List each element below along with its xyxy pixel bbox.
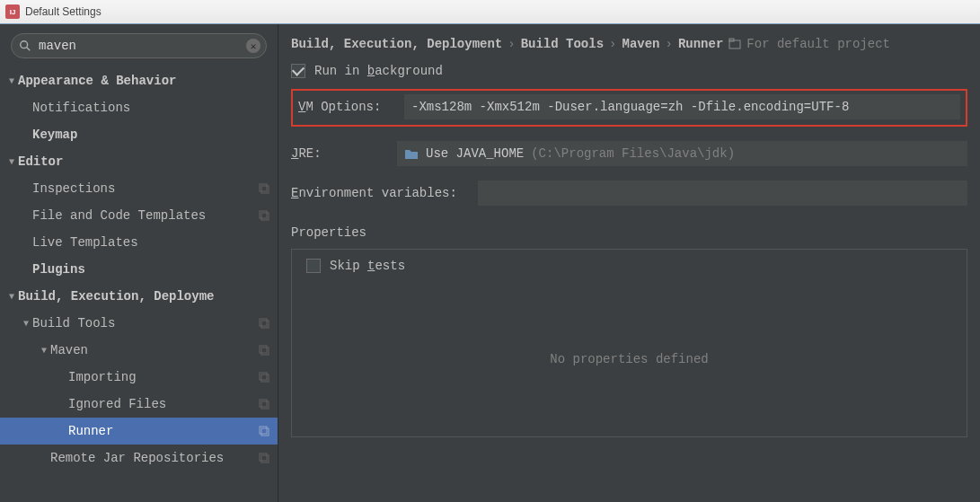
svg-rect-9 <box>261 348 269 355</box>
svg-rect-7 <box>261 321 269 328</box>
chevron-right-icon: › <box>609 37 616 51</box>
tree-runner[interactable]: Runner <box>0 418 278 445</box>
svg-rect-12 <box>260 400 267 407</box>
folder-icon <box>404 147 419 160</box>
vm-options-input[interactable] <box>404 94 960 119</box>
scheme-icon <box>258 209 270 222</box>
svg-rect-5 <box>261 213 269 220</box>
svg-rect-4 <box>260 211 267 218</box>
env-vars-input[interactable] <box>478 181 967 206</box>
clear-search-icon[interactable]: ✕ <box>246 39 260 53</box>
jre-label: JRE: <box>291 146 390 161</box>
project-icon <box>728 38 741 50</box>
jre-value: Use JAVA_HOME <box>426 146 524 161</box>
tree-ignored-files[interactable]: Ignored Files <box>0 391 278 418</box>
properties-panel: Skip tests No properties defined <box>291 249 967 437</box>
properties-section-title: Properties <box>291 225 967 240</box>
breadcrumb-current: Runner <box>678 37 723 51</box>
tree-build-tools[interactable]: ▼ Build Tools <box>0 310 278 337</box>
breadcrumb-segment[interactable]: Build, Execution, Deployment <box>291 37 502 51</box>
scheme-icon <box>258 398 270 410</box>
search-input[interactable] <box>39 39 241 53</box>
breadcrumb-hint: For default project <box>746 37 890 51</box>
search-icon <box>19 40 31 52</box>
chevron-right-icon: › <box>508 37 515 51</box>
scheme-icon <box>258 317 270 330</box>
tree-live-templates[interactable]: Live Templates <box>0 229 278 256</box>
svg-rect-6 <box>260 319 267 326</box>
breadcrumb-segment[interactable]: Build Tools <box>521 37 604 51</box>
breadcrumb-segment[interactable]: Maven <box>622 37 659 51</box>
properties-empty-text: No properties defined <box>292 282 967 436</box>
chevron-down-icon: ▼ <box>38 346 50 356</box>
scheme-icon <box>258 452 270 464</box>
tree-remote-jar-repositories[interactable]: Remote Jar Repositories <box>0 445 278 471</box>
window-title: Default Settings <box>25 5 102 18</box>
svg-rect-11 <box>261 374 269 382</box>
tree-build-execution-deployment[interactable]: ▼ Build, Execution, Deployme <box>0 283 278 310</box>
breadcrumb: Build, Execution, Deployment › Build Too… <box>291 37 967 51</box>
tree-plugins[interactable]: Plugins <box>0 256 278 283</box>
chevron-down-icon: ▼ <box>5 76 18 86</box>
tree-appearance-behavior[interactable]: ▼ Appearance & Behavior <box>0 67 278 94</box>
settings-tree: ▼ Appearance & Behavior Notifications Ke… <box>0 64 278 475</box>
run-in-background-checkbox[interactable] <box>291 64 305 78</box>
app-icon <box>5 4 20 19</box>
svg-rect-10 <box>260 373 267 380</box>
tree-importing[interactable]: Importing <box>0 364 278 391</box>
svg-rect-8 <box>260 346 267 353</box>
scheme-icon <box>258 425 270 437</box>
chevron-down-icon: ▼ <box>5 157 18 167</box>
tree-editor[interactable]: ▼ Editor <box>0 148 278 175</box>
jre-selector[interactable]: Use JAVA_HOME (C:\Program Files\Java\jdk… <box>397 141 967 166</box>
svg-rect-2 <box>260 184 267 191</box>
tree-notifications[interactable]: Notifications <box>0 94 278 121</box>
tree-maven[interactable]: ▼ Maven <box>0 337 278 364</box>
chevron-right-icon: › <box>666 37 673 51</box>
run-in-background-label: Run in background <box>314 64 443 78</box>
titlebar: Default Settings <box>0 0 980 24</box>
settings-sidebar: ✕ ▼ Appearance & Behavior Notifications … <box>0 24 278 502</box>
tree-file-templates[interactable]: File and Code Templates <box>0 202 278 229</box>
chevron-down-icon: ▼ <box>20 319 32 329</box>
svg-rect-3 <box>261 186 269 193</box>
settings-search[interactable]: ✕ <box>11 33 267 58</box>
chevron-down-icon: ▼ <box>5 292 18 302</box>
tree-keymap[interactable]: Keymap <box>0 121 278 148</box>
svg-rect-13 <box>261 401 269 409</box>
vm-options-label: VM Options: <box>298 100 397 114</box>
svg-rect-14 <box>260 427 267 434</box>
svg-rect-16 <box>260 454 267 461</box>
skip-tests-label: Skip tests <box>330 259 405 273</box>
svg-point-0 <box>21 41 28 48</box>
svg-rect-17 <box>261 455 269 462</box>
scheme-icon <box>258 371 270 383</box>
scheme-icon <box>258 182 270 195</box>
vm-options-highlight: VM Options: <box>291 89 967 127</box>
tree-inspections[interactable]: Inspections <box>0 175 278 202</box>
skip-tests-checkbox[interactable] <box>306 259 321 273</box>
scheme-icon <box>258 344 270 357</box>
svg-line-1 <box>27 48 31 51</box>
settings-content: Build, Execution, Deployment › Build Too… <box>278 24 980 502</box>
env-vars-label: Environment variables: <box>291 186 471 200</box>
jre-hint: (C:\Program Files\Java\jdk) <box>531 146 735 161</box>
svg-rect-15 <box>261 428 269 436</box>
